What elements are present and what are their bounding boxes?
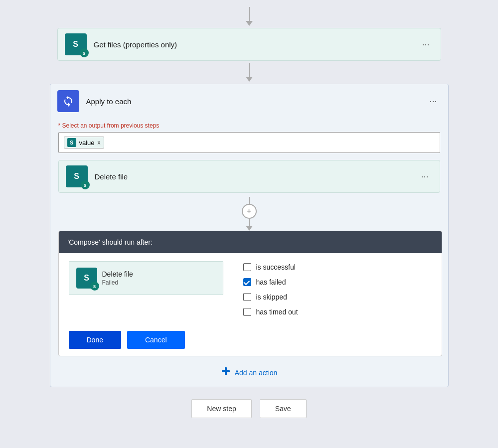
checkbox-is-skipped[interactable]: [243, 293, 251, 301]
checkbox-label-failed: has failed: [256, 278, 286, 286]
run-after-item: S s Delete file Failed: [69, 261, 223, 295]
delete-file-sp-letter: S: [74, 172, 79, 181]
apply-to-each-label: Apply to each: [86, 97, 426, 106]
checkbox-row-timed-out[interactable]: has timed out: [243, 308, 298, 316]
add-action-svg: [221, 366, 231, 376]
checkbox-has-failed[interactable]: [243, 278, 251, 286]
loop-icon: [62, 95, 74, 107]
token-value-text: value: [79, 139, 95, 147]
checkbox-has-timed-out[interactable]: [243, 308, 251, 316]
run-after-name: Delete file: [102, 270, 133, 278]
apply-to-each-more[interactable]: ···: [425, 94, 441, 109]
compose-header: 'Compose' should run after:: [59, 231, 442, 253]
inner-step: S s Delete file ···: [58, 160, 440, 193]
get-files-sp-circle: s: [80, 48, 89, 57]
add-action-label: Add an action: [235, 369, 278, 377]
arrow-top: [246, 7, 253, 26]
token-sp-letter: S: [67, 138, 76, 147]
get-files-card: S s Get files (properties only) ···: [57, 28, 441, 61]
checkbox-is-successful[interactable]: [243, 263, 251, 271]
compose-body: S s Delete file Failed: [59, 253, 442, 324]
select-output-label: * Select an output from previous steps: [58, 122, 440, 129]
get-files-icon: S s: [65, 33, 87, 55]
run-after-info: Delete file Failed: [102, 270, 133, 286]
run-after-status: Failed: [102, 279, 133, 286]
get-files-more[interactable]: ···: [418, 37, 433, 52]
apply-header: Apply to each ···: [50, 84, 448, 118]
checkboxes: is successful has failed is skipped: [243, 261, 298, 316]
arrow-1: [246, 63, 253, 82]
compose-popup: 'Compose' should run after: S s Delete f…: [58, 231, 442, 356]
delete-file-label: Delete file: [95, 172, 417, 181]
delete-file-sp-circle: s: [81, 180, 90, 189]
done-button[interactable]: Done: [69, 331, 121, 349]
add-between: +: [58, 197, 440, 231]
get-files-sp-letter: S: [73, 40, 78, 49]
apply-to-each-icon: [57, 90, 79, 112]
run-after-sp-circle: s: [90, 282, 99, 291]
cancel-button[interactable]: Cancel: [127, 331, 185, 349]
delete-file-more[interactable]: ···: [417, 169, 432, 184]
checkbox-row-skipped[interactable]: is skipped: [243, 293, 298, 301]
get-files-label: Get files (properties only): [94, 40, 418, 49]
add-action-row[interactable]: Add an action: [58, 366, 440, 379]
checkbox-row-successful[interactable]: is successful: [243, 263, 298, 271]
apply-body: * Select an output from previous steps S…: [50, 118, 448, 387]
token-remove[interactable]: x: [98, 139, 101, 146]
checkbox-label-skipped: is skipped: [256, 293, 287, 301]
checkbox-row-failed[interactable]: has failed: [243, 278, 298, 286]
svg-rect-1: [225, 367, 227, 375]
apply-to-each-card: Apply to each ··· * Select an output fro…: [50, 84, 449, 387]
output-input[interactable]: S value x: [58, 132, 440, 153]
compose-footer: Done Cancel: [59, 324, 442, 356]
canvas: S s Get files (properties only) ··· Appl…: [0, 0, 498, 448]
bottom-buttons: New step Save: [191, 399, 306, 418]
save-button[interactable]: Save: [260, 399, 307, 418]
delete-file-icon: S s: [66, 165, 88, 187]
add-action-icon: [221, 366, 231, 379]
delete-file-card: S s Delete file ···: [58, 160, 440, 193]
checkbox-label-timed-out: has timed out: [256, 308, 298, 316]
checkbox-label-successful: is successful: [256, 263, 296, 271]
run-after-icon: S s: [76, 268, 97, 289]
compose-header-text: 'Compose' should run after:: [68, 238, 153, 246]
value-token: S value x: [64, 137, 104, 149]
add-step-circle[interactable]: +: [242, 204, 257, 219]
new-step-button[interactable]: New step: [191, 399, 251, 418]
